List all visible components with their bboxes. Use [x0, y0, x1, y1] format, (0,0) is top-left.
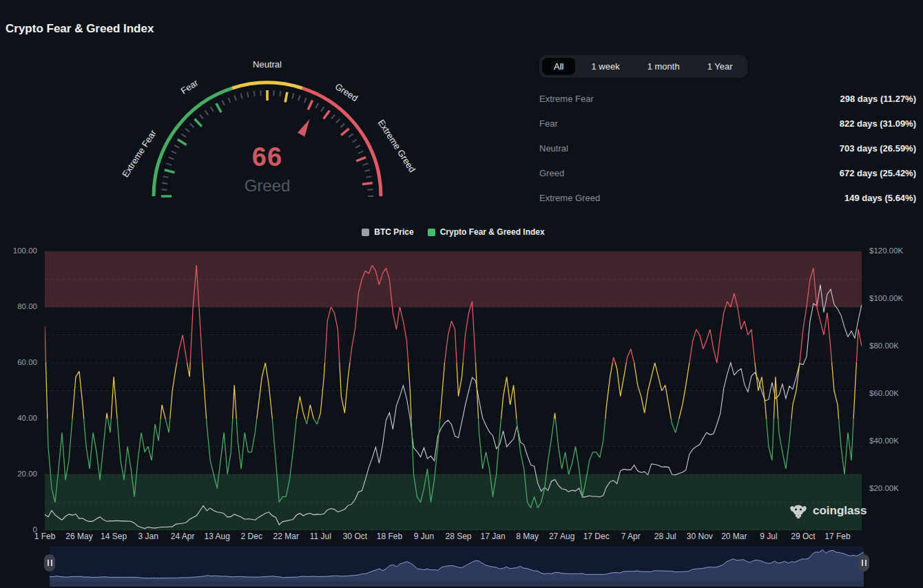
y-right-tick-label: $100.00K	[869, 294, 903, 302]
tab-all[interactable]: All	[542, 58, 575, 75]
x-tick-label: 24 Apr	[171, 532, 195, 541]
tab-1-year[interactable]: 1 Year	[696, 58, 745, 75]
x-tick-label: 29 Oct	[791, 532, 815, 541]
chart-navigator[interactable]	[50, 546, 864, 580]
stat-row-extreme-greed: Extreme Greed 149 days (5.64%)	[539, 185, 916, 210]
chart-legend: BTC Price Crypto Fear & Greed Index	[45, 227, 862, 237]
x-tick-label: 17 Dec	[583, 532, 610, 541]
y-left-tick-label: 20.00	[17, 470, 37, 478]
y-left-tick-label: 40.00	[17, 414, 37, 422]
x-tick-label: 13 Aug	[205, 532, 230, 541]
tab-1-month[interactable]: 1 month	[636, 58, 692, 75]
stat-label: Fear	[539, 118, 558, 129]
x-tick-label: 30 Oct	[343, 532, 367, 541]
watermark-text: coinglass	[813, 504, 867, 518]
stat-row-greed: Greed 672 days (25.42%)	[539, 160, 916, 185]
y-right-tick-label: $60.00K	[869, 389, 899, 397]
x-tick-label: 14 Sep	[101, 532, 127, 541]
y-axis-right: $120.00K$100.00K$80.00K$60.00K$40.00K$20…	[868, 0, 923, 588]
y-axis-left: 100.0080.0060.0040.0020.000	[0, 0, 40, 588]
stat-label: Extreme Greed	[539, 193, 600, 203]
x-tick-label: 8 May	[516, 532, 539, 541]
navigator-left-handle[interactable]	[44, 554, 55, 571]
stat-label: Extreme Fear	[539, 94, 594, 104]
y-left-tick-label: 100.00	[13, 246, 37, 255]
y-left-tick-label: 0	[33, 525, 37, 534]
x-tick-label: 20 Mar	[721, 532, 747, 541]
y-right-tick-label: $120.00K	[869, 246, 903, 255]
stat-row-neutral: Neutral 703 days (26.59%)	[539, 136, 916, 160]
horizontal-scrollbar[interactable]	[50, 580, 864, 587]
y-right-tick-label: $40.00K	[869, 437, 899, 445]
y-left-tick-label: 80.00	[17, 302, 37, 311]
legend-item-btc-price[interactable]: BTC Price	[362, 227, 413, 237]
stat-label: Greed	[539, 168, 564, 178]
navigator-area-chart	[50, 546, 864, 580]
x-tick-label: 22 Mar	[273, 532, 299, 541]
x-tick-label: 3 Jan	[138, 532, 158, 541]
coinglass-watermark: coinglass	[789, 501, 867, 521]
stat-row-extreme-fear: Extreme Fear 298 days (11.27%)	[539, 86, 916, 111]
stats-panel: All 1 week 1 month 1 Year Extreme Fear 2…	[539, 55, 916, 210]
stat-row-fear: Fear 822 days (31.09%)	[539, 111, 916, 136]
x-tick-label: 2 Dec	[241, 532, 262, 541]
x-tick-label: 17 Feb	[825, 532, 850, 541]
x-tick-label: 7 Apr	[621, 532, 641, 541]
coinglass-logo-icon	[789, 502, 807, 520]
x-tick-label: 18 Feb	[377, 532, 402, 541]
gauge-current-value: 66	[252, 143, 282, 172]
crypto-fear-greed-page: { "page": { "title": "Crypto Fear & Gree…	[0, 0, 923, 588]
x-tick-label: 27 Aug	[549, 532, 574, 541]
y-right-tick-label: $80.00K	[869, 342, 899, 350]
x-tick-label: 9 Jun	[414, 532, 434, 541]
gauge-classification: Greed	[245, 176, 291, 196]
legend-item-fear-greed[interactable]: Crypto Fear & Greed Index	[428, 227, 545, 237]
legend-label: Crypto Fear & Greed Index	[440, 227, 545, 237]
navigator-right-handle[interactable]	[858, 554, 869, 571]
fear-greed-gauge: Extreme Fear Fear Neutral Greed Extreme …	[123, 59, 412, 217]
y-left-tick-label: 60.00	[17, 358, 37, 366]
tab-1-week[interactable]: 1 week	[579, 58, 631, 75]
legend-swatch-green	[428, 229, 435, 236]
x-tick-label: 28 Jul	[654, 532, 676, 541]
x-tick-label: 9 Jul	[760, 532, 777, 541]
stat-label: Neutral	[539, 143, 568, 154]
x-tick-label: 11 Jul	[310, 532, 331, 541]
y-right-tick-label: $20.00K	[869, 484, 899, 492]
x-tick-label: 17 Jan	[481, 532, 506, 541]
main-chart[interactable]	[45, 250, 862, 532]
x-tick-label: 28 Sep	[445, 532, 471, 541]
stats-rows: Extreme Fear 298 days (11.27%) Fear 822 …	[539, 86, 916, 210]
legend-swatch-gray	[362, 229, 369, 236]
gauge-label-neutral: Neutral	[253, 59, 282, 70]
legend-label: BTC Price	[374, 227, 413, 237]
x-tick-label: 26 May	[65, 532, 92, 541]
range-tab-bar: All 1 week 1 month 1 Year	[539, 55, 747, 78]
x-tick-label: 30 Nov	[687, 532, 713, 541]
